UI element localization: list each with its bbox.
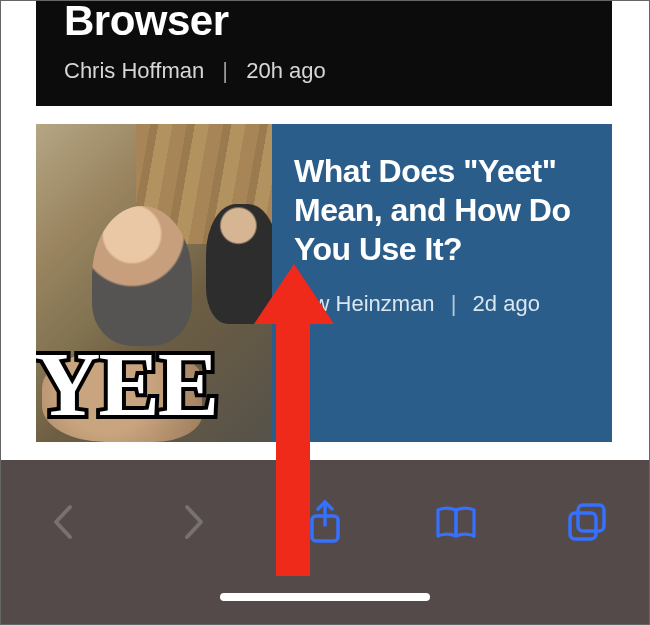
article-meta-previous: Chris Hoffman | 20h ago: [64, 58, 584, 84]
author-name: Chris Hoffman: [64, 58, 204, 83]
safari-toolbar: [0, 460, 650, 625]
article-thumbnail: YEE: [36, 124, 272, 442]
share-button[interactable]: [298, 495, 352, 549]
tabs-button[interactable]: [560, 495, 614, 549]
thumbnail-meme-text: YEE: [36, 338, 217, 430]
chevron-left-icon: [50, 503, 76, 541]
share-icon: [307, 499, 343, 545]
forward-button[interactable]: [167, 495, 221, 549]
article-title: What Does "Yeet" Mean, and How Do You Us…: [294, 152, 590, 269]
author-name: rew Heinzman: [294, 291, 435, 316]
article-card[interactable]: YEE What Does "Yeet" Mean, and How Do Yo…: [36, 124, 612, 442]
toolbar-row: [0, 492, 650, 552]
meta-separator: |: [222, 58, 228, 83]
article-title-previous: Browser: [64, 0, 584, 42]
article-meta: rew Heinzman | 2d ago: [294, 291, 590, 317]
back-button[interactable]: [36, 495, 90, 549]
svg-rect-2: [570, 513, 596, 539]
article-info: What Does "Yeet" Mean, and How Do You Us…: [272, 124, 612, 442]
chevron-right-icon: [181, 503, 207, 541]
screenshot-frame: Browser Chris Hoffman | 20h ago YEE What…: [0, 0, 650, 625]
timestamp: 20h ago: [246, 58, 326, 83]
timestamp: 2d ago: [473, 291, 540, 316]
svg-rect-1: [578, 505, 604, 531]
article-header-previous[interactable]: Browser Chris Hoffman | 20h ago: [36, 0, 612, 106]
book-icon: [434, 504, 478, 540]
home-indicator[interactable]: [220, 593, 430, 601]
bookmarks-button[interactable]: [429, 495, 483, 549]
tabs-icon: [566, 501, 608, 543]
meta-separator: |: [451, 291, 457, 316]
